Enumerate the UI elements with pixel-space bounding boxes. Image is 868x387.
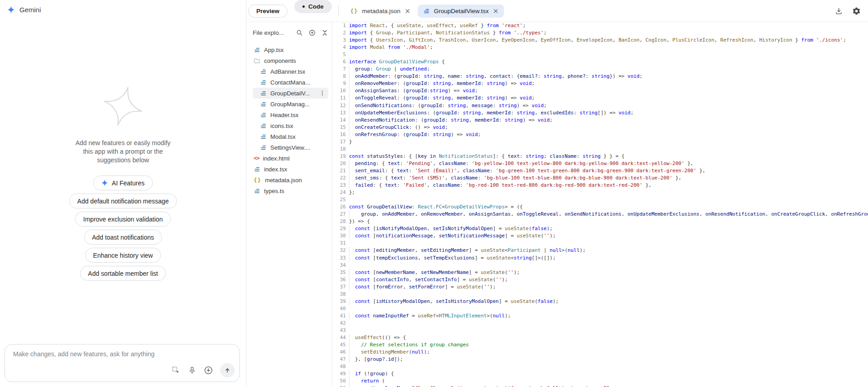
tab-groupdetailview-tsx[interactable]: GroupDetailView.tsx <box>418 5 504 18</box>
file-item-types-ts[interactable]: types.ts <box>253 185 328 196</box>
code-toggle-button[interactable]: Code <box>294 0 332 13</box>
add-file-icon[interactable] <box>309 29 316 36</box>
file-item-groupmanag[interactable]: GroupManag... <box>253 99 328 109</box>
gear-icon[interactable] <box>852 7 861 15</box>
code-text: const [formError, setFormError] = useSta… <box>349 283 496 291</box>
code-text: const [isHistoryModalOpen, setIsHistoryM… <box>349 298 559 305</box>
tsx-file-icon <box>254 166 260 173</box>
code-text: const statusStyles: { [key in Notificati… <box>349 153 624 160</box>
prompt-composer[interactable] <box>5 344 240 382</box>
file-item-header-tsx[interactable]: Header.tsx <box>253 109 328 120</box>
code-line: 10 onAssignSantas: (groupId:string) => v… <box>332 87 868 94</box>
line-number: 48 <box>332 363 346 370</box>
code-text: onRemoveMember: (groupId: string, member… <box>349 80 535 87</box>
code-text: import { UsersIcon, GiftIcon, TrashIcon,… <box>349 37 846 44</box>
code-line: 24}; <box>332 189 868 196</box>
suggestion-label: Add toast notifications <box>92 234 154 241</box>
microphone-icon[interactable] <box>188 366 197 375</box>
code-line: 28}) => { <box>332 218 868 225</box>
suggestion-label: Add default notification message <box>77 198 169 205</box>
editor-toolbar: Preview Code {}metadata.jsonGroupDetailV… <box>246 0 868 22</box>
code-line: 45 // Reset selections if group changes <box>332 341 868 349</box>
file-item-icons-tsx[interactable]: icons.tsx <box>253 120 328 131</box>
download-icon[interactable] <box>835 7 843 15</box>
file-label: AdBanner.tsx <box>270 68 305 75</box>
code-line: 44 useEffect(() => { <box>332 334 868 341</box>
suggestion-add-sortable-member-list[interactable]: Add sortable member list <box>80 266 166 281</box>
code-text: onAssignSantas: (groupId:string) => void… <box>349 87 478 94</box>
code-line: 15 onCreateGroupClick: () => void; <box>332 124 868 131</box>
preview-label: Preview <box>256 8 279 14</box>
code-text: onSendNotifications: (groupId: string, m… <box>349 102 547 109</box>
file-item-groupdetailv[interactable]: GroupDetailV... <box>253 88 328 99</box>
code-editor[interactable]: 1import React, { useState, useEffect, us… <box>332 22 868 387</box>
file-item-index-html[interactable]: <>index.html <box>253 153 328 164</box>
code-text: group: Group | undefined; <box>349 66 430 73</box>
line-number: 23 <box>332 182 346 189</box>
line-number: 15 <box>332 124 346 131</box>
select-element-icon[interactable] <box>171 366 180 375</box>
search-icon[interactable] <box>296 29 303 36</box>
line-number: 27 <box>332 211 346 218</box>
line-number: 19 <box>332 153 346 160</box>
code-text: onResendNotification: (groupId: string, … <box>349 117 552 124</box>
code-text: onAddMember: (groupId: string, name: str… <box>349 73 642 80</box>
attach-plus-icon[interactable] <box>204 366 213 375</box>
send-button[interactable] <box>220 363 235 378</box>
code-text: onRefreshGroup: (groupId: string) => voi… <box>349 131 481 138</box>
code-line: 11 onToggleReveal: (groupId: string, mem… <box>332 94 868 102</box>
line-number: 2 <box>332 29 346 37</box>
code-text: import React, { useState, useEffect, use… <box>349 22 526 29</box>
close-icon[interactable] <box>405 8 410 14</box>
preview-toggle-button[interactable]: Preview <box>248 5 288 18</box>
code-text: }) => { <box>349 218 370 225</box>
file-item-components[interactable]: components <box>253 55 328 66</box>
file-item-contactmana[interactable]: ContactMana... <box>253 77 328 88</box>
tsx-file-icon <box>260 123 267 129</box>
line-number: 24 <box>332 189 346 196</box>
code-text: if (!group) { <box>349 370 394 378</box>
kebab-menu-icon[interactable] <box>319 90 326 96</box>
code-line: 19const statusStyles: { [key in Notifica… <box>332 153 868 160</box>
code-text: }, [group?.id]); <box>349 356 403 363</box>
line-number: 12 <box>332 102 346 109</box>
line-number: 25 <box>332 196 346 203</box>
folder-icon <box>254 57 260 64</box>
file-item-index-tsx[interactable]: index.tsx <box>253 164 328 175</box>
collapse-all-icon[interactable] <box>321 29 328 36</box>
file-item-app-tsx[interactable]: App.tsx <box>253 44 328 55</box>
file-item-metadata-json[interactable]: {}metadata.json <box>253 175 328 185</box>
line-number: 40 <box>332 305 346 312</box>
suggestion-enhance-history-view[interactable]: Enhance history view <box>85 248 161 263</box>
tab-metadata-json[interactable]: {}metadata.json <box>345 5 416 18</box>
file-explorer: File explo... App.tsxcomponentsAdBanner.… <box>246 22 332 387</box>
line-number: 18 <box>332 146 346 153</box>
file-item-modal-tsx[interactable]: Modal.tsx <box>253 131 328 142</box>
prompt-input[interactable] <box>12 350 232 358</box>
file-item-settingsview[interactable]: SettingsView.... <box>253 142 328 153</box>
line-number: 16 <box>332 131 346 138</box>
editor-tabs: {}metadata.jsonGroupDetailView.tsx <box>345 5 504 18</box>
file-item-adbanner-tsx[interactable]: AdBanner.tsx <box>253 66 328 77</box>
line-number: 41 <box>332 312 346 320</box>
close-icon[interactable] <box>493 8 499 14</box>
suggestion-improve-exclusion-validation[interactable]: Improve exclusion validation <box>75 212 171 227</box>
tab-label: metadata.json <box>362 8 401 14</box>
line-number: 7 <box>332 66 346 73</box>
suggestion-ai-features[interactable]: AI Features <box>93 175 152 190</box>
code-text: onCreateGroupClick: () => void; <box>349 124 448 131</box>
line-number: 3 <box>332 37 346 44</box>
line-number: 21 <box>332 167 346 175</box>
tsx-file-icon <box>260 79 267 86</box>
code-line: 25 <box>332 196 868 203</box>
editor-main: File explo... App.tsxcomponentsAdBanner.… <box>246 22 868 387</box>
code-text: useEffect(() => { <box>349 334 406 341</box>
line-number: 1 <box>332 22 346 29</box>
suggestion-add-default-notification-message[interactable]: Add default notification message <box>69 194 177 208</box>
code-line: 30 const [notificationMessage, setNotifi… <box>332 232 868 240</box>
line-number: 42 <box>332 320 346 327</box>
code-line: 14 onResendNotification: (groupId: strin… <box>332 117 868 124</box>
tab-label: GroupDetailView.tsx <box>434 8 489 14</box>
suggestion-add-toast-notifications[interactable]: Add toast notifications <box>84 230 162 245</box>
chat-panel: Gemini Add new features or easily modify… <box>0 0 246 387</box>
